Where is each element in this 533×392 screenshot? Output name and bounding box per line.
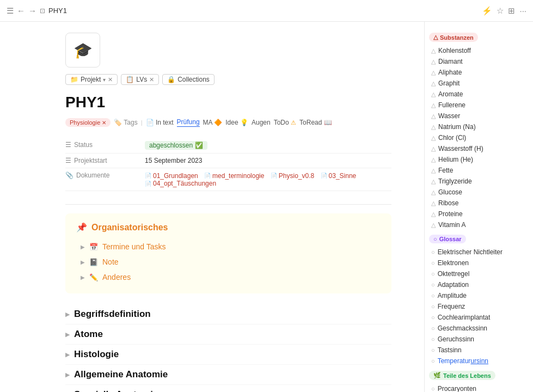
nichtleiter-icon: ○ bbox=[431, 249, 435, 255]
amplitude-text: Amplitude bbox=[438, 292, 467, 299]
sidebar-item-natrium[interactable]: △Natrium (Na) bbox=[429, 121, 529, 132]
adaptation-text: Adaptation bbox=[438, 281, 469, 289]
sidebar-item-nichtleiter[interactable]: ○Elektrischer Nichtleiter bbox=[429, 247, 529, 258]
status-value[interactable]: abgeschlossen ✅ bbox=[145, 141, 391, 150]
inline-tag-todo[interactable]: ToDo ⚠ bbox=[274, 118, 296, 127]
lvs-close-icon[interactable]: ✕ bbox=[149, 76, 154, 83]
status-badge: abgeschlossen ✅ bbox=[145, 141, 207, 150]
breadcrumb-lvs[interactable]: 📋 LVs ✕ bbox=[121, 74, 159, 85]
spezielle-anatomie-label: Spezielle Anatomie bbox=[74, 389, 158, 392]
sidebar-item-diamant[interactable]: △Diamant bbox=[429, 56, 529, 67]
outline-atome[interactable]: ▶ Atome bbox=[65, 324, 391, 345]
tastsinn-text: Tastsinn bbox=[438, 346, 462, 354]
proteine-text: Proteine bbox=[438, 210, 463, 218]
sub-item-termine[interactable]: ▶ 📅 Termine und Tasks bbox=[76, 239, 381, 254]
sidebar-item-aromate[interactable]: △Aromate bbox=[429, 89, 529, 100]
inline-tag-intext[interactable]: 📄 In text bbox=[146, 118, 174, 127]
back-icon[interactable]: ← bbox=[17, 6, 25, 15]
tag-physiologie[interactable]: Physiologie ✕ bbox=[65, 118, 111, 127]
sidebar-item-fette[interactable]: △Fette bbox=[429, 165, 529, 176]
tags-link[interactable]: 🏷️ Tags bbox=[114, 119, 137, 126]
sidebar-item-frequenz[interactable]: ○Frequenz bbox=[429, 301, 529, 312]
sidebar-item-triglyzeride[interactable]: △Triglyzeride bbox=[429, 176, 529, 187]
sidebar-item-vitamina[interactable]: △Vitamin A bbox=[429, 219, 529, 230]
sidebar-item-procaryonten[interactable]: ○Procaryonten bbox=[429, 383, 529, 392]
termine-task-icon: 📅 bbox=[89, 243, 98, 251]
histologie-label: Histologie bbox=[74, 349, 119, 360]
sidebar-item-temperatursinn[interactable]: ○ Temperaturursinn bbox=[429, 356, 529, 366]
glossar-icon: ○ bbox=[433, 236, 437, 242]
outline-allgemeine-anatomie[interactable]: ▶ Allgemeine Anatomie bbox=[65, 365, 391, 385]
projekt-close-icon[interactable]: ✕ bbox=[108, 76, 113, 83]
doc-physio[interactable]: Physio_v0.8 bbox=[271, 172, 314, 180]
nichtleiter-text: Elektrischer Nichtleiter bbox=[438, 248, 503, 256]
doc-terminologie[interactable]: med_terminologie bbox=[204, 172, 264, 180]
outline-histologie[interactable]: ▶ Histologie bbox=[65, 345, 391, 365]
note-label: Note bbox=[102, 258, 119, 266]
triglyzeride-text: Triglyzeride bbox=[438, 177, 472, 185]
sidebar-item-helium[interactable]: △Helium (He) bbox=[429, 154, 529, 165]
sidebar-item-aliphate[interactable]: △Aliphate bbox=[429, 67, 529, 78]
organisatorisches-header[interactable]: 📌 Organisatorisches bbox=[76, 222, 381, 232]
glucose-icon: △ bbox=[431, 189, 436, 196]
status-label: ☰ Status bbox=[65, 141, 136, 149]
inline-tag-ma[interactable]: MA 🔶 bbox=[203, 118, 223, 127]
breadcrumb-collections[interactable]: 🔒 Collections bbox=[162, 74, 215, 85]
sidebar-item-oktettregel[interactable]: ○Oktettregel bbox=[429, 268, 529, 279]
fullerene-text: Fullerene bbox=[438, 101, 465, 109]
sidebar-item-adaptation[interactable]: ○Adaptation bbox=[429, 279, 529, 290]
begriffsdefinition-arrow-icon: ▶ bbox=[65, 311, 70, 318]
collections-label: Collections bbox=[177, 76, 210, 83]
lvs-icon: 📋 bbox=[126, 76, 134, 83]
graphit-icon: △ bbox=[431, 80, 436, 87]
toread-icon: 📖 bbox=[324, 119, 332, 126]
inline-tag-augen[interactable]: Augen bbox=[252, 118, 271, 127]
lightning-icon[interactable]: ⚡ bbox=[482, 6, 492, 16]
sidebar-item-wasser[interactable]: △Wasser bbox=[429, 111, 529, 121]
inline-tag-toread[interactable]: ToRead 📖 bbox=[299, 118, 332, 127]
sidebar-item-geruch[interactable]: ○Geruchssinn bbox=[429, 334, 529, 345]
sidebar-item-proteine[interactable]: △Proteine bbox=[429, 209, 529, 219]
termine-arrow-icon: ▶ bbox=[81, 244, 85, 250]
ma-icon: 🔶 bbox=[214, 119, 222, 126]
sidebar-item-ribose[interactable]: △Ribose bbox=[429, 198, 529, 209]
breadcrumb-projekt[interactable]: 📁 Projekt ▾ ✕ bbox=[65, 74, 118, 85]
sidebar-item-kohlenstoff[interactable]: △Kohlenstoff bbox=[429, 45, 529, 56]
forward-icon[interactable]: → bbox=[28, 6, 36, 15]
sidebar-item-wasserstoff[interactable]: △Wasserstoff (H) bbox=[429, 143, 529, 154]
more-icon[interactable]: ··· bbox=[519, 6, 526, 15]
sidebar-item-chlor[interactable]: △Chlor (Cl) bbox=[429, 132, 529, 143]
layout-icon[interactable]: ⊞ bbox=[508, 6, 515, 16]
ribose-text: Ribose bbox=[438, 199, 458, 207]
sidebar-item-elektronen[interactable]: ○Elektronen bbox=[429, 258, 529, 268]
sub-item-note[interactable]: ▶ 📓 Note bbox=[76, 254, 381, 270]
atome-label: Atome bbox=[74, 329, 103, 340]
outline-spezielle-anatomie[interactable]: ▶ Spezielle Anatomie bbox=[65, 385, 391, 392]
sidebar-item-fullerene[interactable]: △Fullerene bbox=[429, 100, 529, 111]
aromate-text: Aromate bbox=[438, 90, 463, 98]
allg-anatomie-arrow-icon: ▶ bbox=[65, 371, 70, 378]
sidebar-item-tastsinn[interactable]: ○Tastsinn bbox=[429, 345, 529, 356]
doc-sinne[interactable]: 03_Sinne bbox=[321, 172, 357, 180]
sidebar-item-cochlear[interactable]: ○Cochlearimplantat bbox=[429, 312, 529, 323]
elektronen-icon: ○ bbox=[431, 260, 435, 266]
inline-tag-pruefung[interactable]: Prüfung bbox=[177, 118, 200, 127]
doc-grundlagen[interactable]: 01_Grundlagen bbox=[145, 172, 198, 180]
remove-physiologie-icon[interactable]: ✕ bbox=[102, 120, 106, 126]
doc-optischung[interactable]: 04_opt_Täuschungen bbox=[145, 180, 216, 187]
sidebar-item-geschmack[interactable]: ○Geschmackssinn bbox=[429, 323, 529, 334]
tags-label: Tags bbox=[124, 119, 137, 126]
sidebar-item-graphit[interactable]: △Graphit bbox=[429, 78, 529, 89]
dokumente-icon: 📎 bbox=[65, 171, 73, 179]
menu-icon[interactable]: ☰ bbox=[7, 6, 14, 16]
outline-begriffsdefinition[interactable]: ▶ Begriffsdefinition bbox=[65, 304, 391, 324]
sidebar-item-glucose[interactable]: △Glucose bbox=[429, 187, 529, 198]
helium-icon: △ bbox=[431, 156, 436, 163]
projektstart-value[interactable]: 15 September 2023 bbox=[145, 157, 391, 164]
star-icon[interactable]: ☆ bbox=[497, 6, 504, 16]
sub-item-anderes[interactable]: ▶ ✏️ Anderes bbox=[76, 270, 381, 285]
org-pin-icon: 📌 bbox=[76, 222, 87, 232]
inline-tag-idee[interactable]: Idee 💡 bbox=[225, 118, 248, 127]
sidebar-item-amplitude[interactable]: ○Amplitude bbox=[429, 290, 529, 301]
cochlear-icon: ○ bbox=[431, 314, 435, 321]
